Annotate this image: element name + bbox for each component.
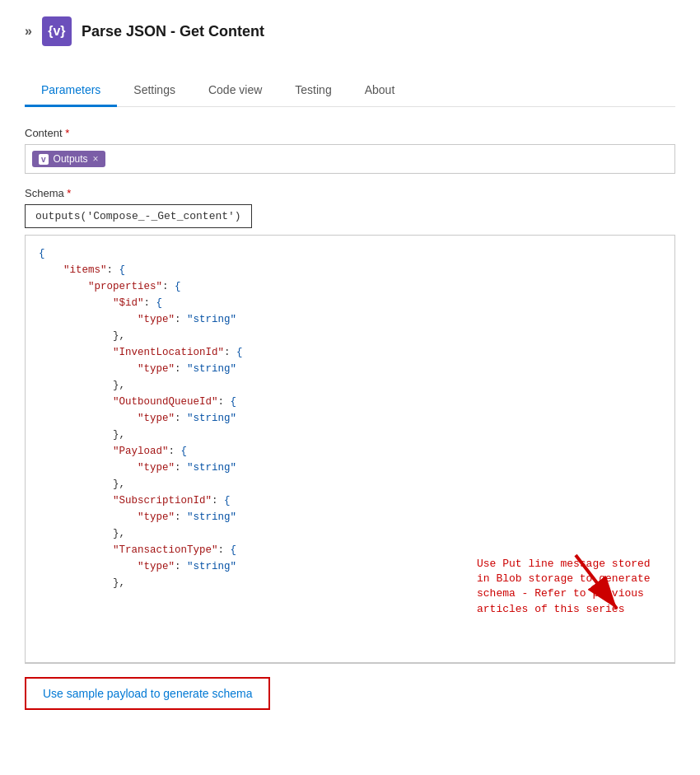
outputs-tag[interactable]: v Outputs × [32, 151, 105, 167]
tag-close-button[interactable]: × [93, 153, 99, 165]
json-line-16: "type": "string" [39, 509, 661, 525]
json-line-11: }, [39, 427, 661, 443]
app-icon: {v} [42, 16, 72, 46]
json-line-5: }, [39, 328, 661, 344]
nav-chevrons-icon[interactable]: » [25, 24, 32, 39]
tab-testing[interactable]: Testing [278, 75, 348, 107]
content-label: Content * [25, 127, 675, 139]
json-line-10: "type": "string" [39, 410, 661, 427]
schema-section: Schema * outputs('Compose_-_Get_content'… [25, 187, 675, 710]
tab-about[interactable]: About [348, 75, 412, 107]
json-line-13: "type": "string" [39, 460, 661, 476]
tabs-bar: Parameters Settings Code view Testing Ab… [25, 74, 675, 107]
json-line-3: "$id": { [39, 295, 661, 311]
json-line-6: "InventLocationId": { [39, 344, 661, 361]
page-container: » {v} Parse JSON - Get Content Parameter… [0, 0, 700, 775]
page-title: Parse JSON - Get Content [82, 23, 264, 40]
json-line-2: "properties": { [39, 278, 661, 295]
tab-parameters[interactable]: Parameters [25, 75, 117, 107]
content-section: Content * v Outputs × [25, 127, 675, 174]
arrow-icon [559, 547, 625, 613]
tab-settings[interactable]: Settings [117, 75, 192, 107]
tab-code-view[interactable]: Code view [192, 75, 278, 107]
json-line-4: "type": "string" [39, 311, 661, 328]
json-line-7: "type": "string" [39, 361, 661, 377]
generate-schema-button[interactable]: Use sample payload to generate schema [25, 677, 270, 710]
app-icon-symbol: {v} [48, 24, 65, 39]
schema-required-star: * [64, 187, 72, 199]
json-line-14: }, [39, 476, 661, 493]
schema-expression-box[interactable]: outputs('Compose_-_Get_content') [25, 204, 252, 228]
json-line-17: }, [39, 525, 661, 542]
tag-text: Outputs [54, 153, 88, 165]
json-line-15: "SubscriptionId": { [39, 493, 661, 509]
json-editor[interactable]: { "items": { "properties": { "$id": { "t… [25, 235, 675, 663]
schema-editor-wrapper: { "items": { "properties": { "$id": { "t… [25, 235, 675, 710]
header: » {v} Parse JSON - Get Content [25, 16, 675, 54]
schema-label: Schema * [25, 187, 675, 199]
json-line-12: "Payload": { [39, 443, 661, 460]
content-input[interactable]: v Outputs × [25, 144, 675, 174]
json-line-0: { [39, 245, 661, 262]
content-required-star: * [63, 127, 70, 139]
schema-divider [25, 663, 675, 664]
json-line-8: }, [39, 377, 661, 394]
schema-input-row: outputs('Compose_-_Get_content') [25, 204, 675, 228]
json-line-1: "items": { [39, 262, 661, 278]
svg-line-1 [576, 555, 617, 609]
tag-icon-v: v [39, 154, 49, 165]
json-line-9: "OutboundQueueId": { [39, 394, 661, 410]
